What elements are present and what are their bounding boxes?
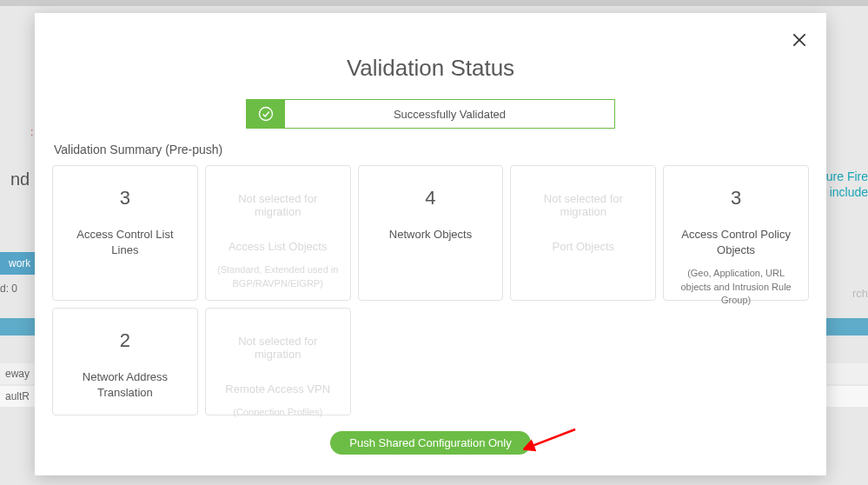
bg-search-fragment: rch [852, 287, 868, 300]
card-label: Access Control List Lines [62, 227, 189, 258]
card-not-selected: Not selected for migration [215, 192, 341, 218]
card-count: 3 [731, 187, 741, 209]
close-button[interactable] [788, 29, 811, 51]
status-text: Successfully Validated [285, 100, 614, 128]
card-label: Network Objects [389, 227, 472, 242]
card-acp-objects: 3 Access Control Policy Objects (Geo, Ap… [663, 165, 809, 301]
summary-label: Validation Summary (Pre-push) [54, 143, 809, 156]
bg-selected-fragment: d: 0 [0, 282, 17, 295]
validation-modal: Validation Status Successfully Validated… [35, 13, 826, 475]
card-count: 2 [120, 329, 130, 352]
bg-link-fragment: include [830, 185, 868, 199]
status-icon-box [247, 100, 285, 128]
card-ravpn: Not selected for migration Remote Access… [205, 308, 351, 415]
card-count: 4 [425, 187, 435, 209]
modal-title: Validation Status [52, 55, 809, 82]
bg-link-fragment: ure Fire [826, 169, 868, 183]
bg-top-border [0, 0, 868, 6]
card-label: Remote Access VPN [225, 382, 330, 397]
push-shared-config-button[interactable]: Push Shared Configuration Only [330, 431, 530, 455]
card-sublabel: (Geo, Application, URL objects and Intru… [673, 267, 799, 307]
card-not-selected: Not selected for migration [520, 192, 646, 218]
validation-status-bar: Successfully Validated [246, 99, 615, 129]
close-icon [791, 31, 808, 49]
card-nat: 2 Network Address Translation [52, 308, 198, 415]
card-access-list-objects: Not selected for migration Access List O… [205, 165, 351, 301]
card-port-objects: Not selected for migration Port Objects [510, 165, 656, 301]
bg-tab-fragment: work [0, 252, 39, 275]
card-acl-lines: 3 Access Control List Lines [52, 165, 198, 301]
card-label: Access Control Policy Objects [673, 227, 799, 258]
summary-cards-row-2: 2 Network Address Translation Not select… [52, 308, 809, 415]
card-count: 3 [120, 187, 130, 209]
card-sublabel: (Connection Profiles) [233, 406, 322, 419]
card-label: Network Address Translation [62, 369, 189, 401]
svg-point-2 [260, 108, 273, 121]
card-label: Port Objects [553, 239, 615, 255]
card-not-selected: Not selected for migration [215, 335, 341, 361]
summary-cards-row-1: 3 Access Control List Lines Not selected… [52, 165, 809, 301]
bg-text-fragment: nd [0, 169, 30, 189]
checkmark-circle-icon [257, 105, 275, 123]
card-sublabel: (Standard, Extended used in BGP/RAVPN/EI… [215, 263, 341, 290]
card-network-objects: 4 Network Objects [358, 165, 504, 301]
card-label: Access List Objects [229, 239, 327, 255]
